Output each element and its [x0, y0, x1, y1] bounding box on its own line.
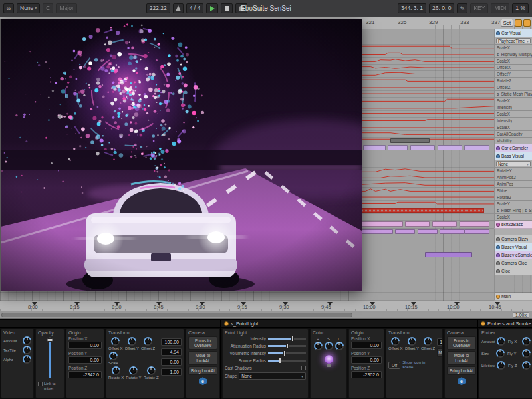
loop-length[interactable]: 26. 0. 0 [429, 3, 454, 13]
clip[interactable] [395, 229, 415, 234]
lane-name-cell[interactable]: ScaleX [494, 45, 532, 51]
tempo-display[interactable]: 222.22 [146, 3, 170, 13]
opacity-slider[interactable] [38, 337, 62, 378]
lane-name-cell[interactable]: RotateZ [494, 194, 532, 201]
knob-amount[interactable]: Amount [481, 337, 505, 346]
lane-name-cell[interactable]: Car eSampler [494, 144, 532, 152]
clip[interactable] [432, 221, 457, 227]
offset-value[interactable]: 16.00 [437, 338, 443, 346]
time-signature[interactable]: 4 / 4 [186, 3, 204, 13]
link-icon[interactable]: ∞ [3, 3, 14, 13]
lane-name-cell[interactable]: AnimPos2 [494, 174, 532, 181]
transform-value[interactable]: 1.00 [161, 368, 182, 376]
device-on-toggle[interactable] [481, 321, 485, 326]
camera-bring-lookat-button[interactable]: Bring LookAt [447, 366, 476, 375]
lane-name-cell[interactable]: PlayheadTime▾ [494, 37, 532, 45]
lane-name-cell[interactable]: Camera Cloe [494, 259, 532, 267]
clip[interactable] [464, 145, 489, 150]
opacity-slider-handle[interactable] [47, 338, 53, 342]
knob-offset-z[interactable]: Offset Z [141, 337, 155, 350]
clip[interactable] [460, 221, 489, 227]
transform-value[interactable]: 4.94 [161, 348, 182, 356]
stop-button[interactable] [221, 3, 233, 13]
lane-name-cell[interactable]: None▾ [494, 160, 532, 168]
slider-volumetric-intensity[interactable] [268, 352, 306, 354]
slider-handle[interactable] [291, 336, 294, 342]
lane-name-cell[interactable]: AnimPos [494, 181, 532, 188]
automation-chooser[interactable]: PlayheadTime▾ [496, 38, 531, 43]
clip[interactable] [418, 229, 438, 234]
lane-name-cell[interactable]: ScaleY [494, 201, 532, 207]
camera-focus-in-overview-button[interactable]: Focus in Overview [447, 336, 476, 350]
lane-name-cell[interactable]: Camera Bizzy [494, 235, 532, 243]
camera-move-to-lookat-button[interactable]: Move to LookAt [188, 351, 217, 364]
locator-marker-icon[interactable] [74, 302, 80, 305]
lane-name-cell[interactable]: OffsetZ [494, 84, 532, 91]
origin-field-value[interactable]: -2342.0 [68, 371, 102, 378]
locator-marker-icon[interactable] [200, 302, 205, 305]
locator-marker-icon[interactable] [156, 302, 162, 305]
knob-scale[interactable]: Scale [108, 352, 118, 365]
shape-dropdown[interactable]: None ▾ [239, 372, 306, 380]
camera-bring-lookat-button[interactable]: Bring LookAt [188, 366, 217, 375]
play-button[interactable] [206, 3, 218, 13]
slider-handle[interactable] [286, 343, 289, 349]
draw-mode-icon[interactable]: ✎ [457, 3, 467, 13]
lane-name-cell[interactable]: Cloe [494, 267, 532, 275]
lane-name-cell[interactable]: Visibility [494, 138, 532, 144]
lane-name-cell[interactable]: Bizzey Visual [494, 243, 532, 251]
locator-marker-icon[interactable] [411, 302, 416, 305]
lane-name-cell[interactable] [494, 275, 532, 293]
scale-name-box[interactable]: Major [56, 3, 76, 13]
lane-name-cell[interactable]: s_Highway MultiplyPos [494, 51, 532, 58]
camera-move-to-lookat-button[interactable]: Move to LookAt [447, 351, 476, 364]
slider-handle[interactable] [283, 350, 286, 356]
knob-h[interactable]: H [314, 337, 323, 350]
lane-name-cell[interactable]: Bass Visual [494, 152, 532, 160]
clip[interactable] [440, 229, 464, 234]
lane-name-cell[interactable]: s_Flash Ring | s_Spin [494, 207, 532, 214]
knob-rotate-y[interactable]: Rotate Y [126, 366, 141, 380]
horizontal-scrollbar[interactable]: 1.00x [0, 311, 532, 319]
lane-name-cell[interactable]: Intensity [494, 104, 532, 111]
origin-field-value[interactable]: 0.00 [351, 356, 382, 364]
locator-marker-icon[interactable] [327, 302, 332, 305]
set-locator[interactable]: Set [501, 19, 513, 27]
lane-name-cell[interactable]: Main [494, 293, 532, 301]
locator-marker-icon[interactable] [32, 302, 37, 305]
lane-name-cell[interactable]: ScaleX [494, 98, 532, 104]
clip[interactable] [410, 145, 435, 150]
loop-marker-icon[interactable] [515, 19, 522, 27]
lane-name-cell[interactable]: ScaleX [494, 124, 532, 131]
lane-content[interactable] [0, 293, 494, 301]
knob-offset-x[interactable]: Offset X [108, 337, 123, 350]
arrangement-position[interactable]: 344. 3. 1 [398, 3, 426, 13]
lane-name-cell[interactable]: RotateZ [494, 78, 532, 84]
clip[interactable] [388, 145, 408, 150]
knob-fly-z[interactable]: Fly Z [508, 361, 531, 370]
knob-fly-x[interactable]: Fly X [508, 337, 531, 346]
lane-name-cell[interactable]: CarAllOpacity [494, 131, 532, 138]
midi-map-selector[interactable]: None▾ [17, 3, 40, 13]
knob-size[interactable]: Size [481, 349, 505, 358]
device-embers[interactable]: Embers and Smoke Ember AmountFly XSizeFl… [478, 320, 532, 399]
knob-offset-x[interactable]: Offset X [388, 337, 403, 358]
lane-name-cell[interactable] [494, 229, 532, 235]
origin-field-value[interactable]: 0.00 [68, 356, 102, 364]
clip[interactable] [390, 138, 430, 143]
lane-name-cell[interactable]: Intensity [494, 118, 532, 124]
zoom-level[interactable]: 1.00x [513, 312, 529, 318]
knob-s[interactable]: S [325, 337, 333, 350]
locator-marker-icon[interactable] [241, 302, 246, 305]
multiply-button[interactable]: Multiply [437, 348, 443, 357]
device-title-bar[interactable]: s_PointLight [221, 320, 477, 328]
knob-lifetime[interactable]: Lifetime [481, 361, 505, 370]
device-car-visual[interactable]: Video AmountTexTileAlpha Opacity Link to… [0, 320, 221, 399]
origin-field-value[interactable]: -2302.0 [351, 371, 382, 378]
locator-marker-icon[interactable] [495, 302, 500, 305]
knob-rotate-x[interactable]: Rotate X [108, 366, 124, 380]
knob-offset-y[interactable]: Offset Y [125, 337, 139, 350]
locator-marker-icon[interactable] [454, 302, 460, 305]
clip[interactable] [425, 252, 472, 257]
device-on-toggle[interactable] [224, 321, 229, 326]
